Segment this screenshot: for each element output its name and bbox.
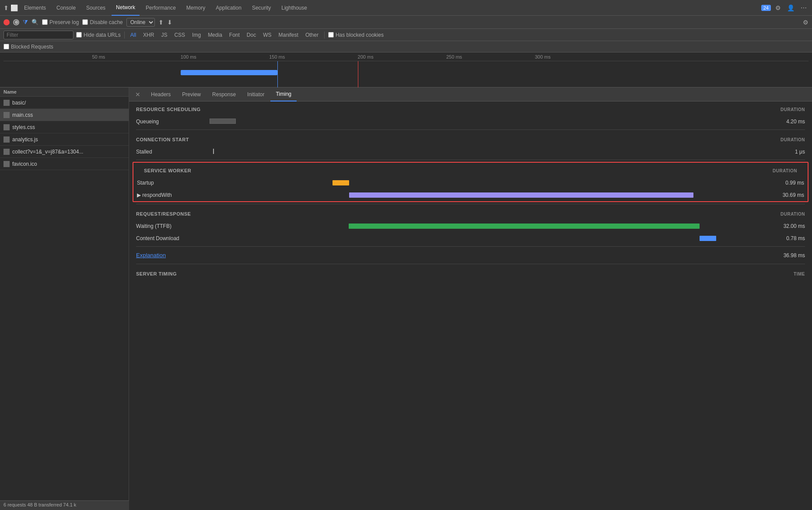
timing-content: Resource Scheduling DURATION Queueing 4.… [129,101,812,510]
timeline-vline-red [358,61,358,87]
divider-4 [136,246,805,247]
timing-row-stalled: Stalled 1 μs [129,146,812,158]
file-icon-styles-css [4,124,10,130]
user-icon[interactable]: 👤 [785,3,796,12]
filter-separator [124,31,125,38]
tab-sources[interactable]: Sources [82,0,110,16]
request-response-header: Request/Response DURATION [136,210,805,218]
panel-close-button[interactable]: ✕ [133,91,143,98]
panel-tab-preview[interactable]: Preview [177,87,206,101]
main-area: Name basic/ main.css styles.css analytic… [0,87,812,510]
device-icon[interactable]: ⬜ [10,4,18,11]
preserve-log-checkbox[interactable] [42,19,48,25]
content-download-bar [700,236,716,241]
filter-font[interactable]: Font [227,31,242,39]
startup-bar [332,180,349,185]
blocked-requests-checkbox[interactable] [4,44,9,49]
filter-ws[interactable]: WS [261,31,273,39]
file-item-styles-css[interactable]: styles.css [0,121,129,133]
timing-row-content-download: Content Download 0.78 ms [129,232,812,245]
panel-tab-initiator[interactable]: Initiator [242,87,270,101]
timeline-ruler: 50 ms 100 ms 150 ms 200 ms 250 ms 300 ms [4,52,808,61]
tab-security[interactable]: Security [248,0,275,16]
has-blocked-cookies-label[interactable]: Has blocked cookies [328,32,384,38]
stop-button[interactable]: ⬤ [13,19,19,25]
tab-elements[interactable]: Elements [20,0,50,16]
blocked-requests-row: Blocked Requests [0,41,812,52]
filter-other[interactable]: Other [303,31,321,39]
cursor-icon[interactable]: ⬆ [4,4,9,11]
panel-tab-timing[interactable]: Timing [270,87,297,101]
tick-300ms: 300 ms [535,54,550,59]
blocked-requests-label[interactable]: Blocked Requests [4,44,53,50]
divider-2 [136,160,805,160]
resource-scheduling-header: Resource Scheduling DURATION [136,105,805,114]
tab-performance[interactable]: Performance [141,0,180,16]
server-timing-header: Server Timing TIME [136,269,805,278]
timing-row-respond-with: ▶ respondWith 30.69 ms [133,189,808,201]
timing-row-startup: Startup 0.99 ms [133,177,808,189]
filter-doc[interactable]: Doc [245,31,258,39]
timeline-area: 50 ms 100 ms 150 ms 200 ms 250 ms 300 ms [0,52,812,87]
search-icon[interactable]: 🔍 [32,19,38,25]
file-icon-collect [4,149,10,155]
tick-250ms: 250 ms [446,54,462,59]
tab-console[interactable]: Console [52,0,80,16]
connection-start-section: Connection Start DURATION [129,132,812,146]
respond-with-bar-area [210,192,766,198]
file-list-header: Name [0,87,129,97]
timing-row-waiting-ttfb: Waiting (TTFB) 32.00 ms [129,220,812,232]
issue-badge[interactable]: 24 [761,5,771,11]
more-icon[interactable]: ⋯ [799,3,808,12]
file-item-basic[interactable]: basic/ [0,97,129,109]
file-item-favicon[interactable]: favicon.ico [0,158,129,170]
file-item-main-css[interactable]: main.css [0,109,129,121]
resource-scheduling-section: Resource Scheduling DURATION [129,101,812,115]
timing-row-queueing: Queueing 4.20 ms [129,115,812,128]
record-button[interactable] [4,19,10,25]
hide-data-urls-label[interactable]: Hide data URLs [76,32,121,38]
tick-50ms: 50 ms [92,54,105,59]
right-panel: ✕ Headers Preview Response Initiator Tim… [129,87,812,510]
devtools-tab-bar: ⬆ ⬜ Elements Console Sources Network Per… [0,0,812,16]
tab-lighthouse[interactable]: Lighthouse [277,0,312,16]
queueing-placeholder [210,119,236,124]
has-blocked-cookies-checkbox[interactable] [328,32,334,38]
filter-css[interactable]: CSS [172,31,187,39]
settings-icon[interactable]: ⚙ [774,3,783,12]
disable-cache-label[interactable]: Disable cache [82,19,122,25]
file-list: Name basic/ main.css styles.css analytic… [0,87,129,510]
tab-network[interactable]: Network [112,0,140,16]
filter-all[interactable]: All [128,31,138,39]
disable-cache-checkbox[interactable] [82,19,88,25]
preserve-log-label[interactable]: Preserve log [42,19,79,25]
upload-icon[interactable]: ⬆ [158,19,164,26]
file-item-collect[interactable]: collect?v=1&_v=j87&a=1304... [0,146,129,158]
timeline-vline-blue [277,61,278,87]
panel-tab-headers[interactable]: Headers [146,87,176,101]
filter-separator-2 [324,31,325,38]
filter-icon[interactable]: ⧩ [23,18,28,26]
request-response-section: Request/Response DURATION [129,206,812,220]
panel-tabs: ✕ Headers Preview Response Initiator Tim… [129,87,812,101]
hide-data-urls-checkbox[interactable] [76,32,82,38]
filter-js[interactable]: JS [159,31,169,39]
panel-tab-response[interactable]: Response [207,87,241,101]
service-worker-inner: Service Worker DURATION [133,163,808,177]
service-worker-header: Service Worker DURATION [140,166,801,175]
filter-input[interactable] [4,31,74,39]
filter-img[interactable]: Img [190,31,203,39]
filter-xhr[interactable]: XHR [141,31,156,39]
file-item-analytics-js[interactable]: analytics.js [0,133,129,146]
filter-media[interactable]: Media [206,31,224,39]
network-settings-icon[interactable]: ⚙ [803,19,808,26]
stalled-indicator [213,149,214,154]
tick-100ms: 100 ms [181,54,196,59]
filter-manifest[interactable]: Manifest [276,31,301,39]
explanation-link[interactable]: Explanation [136,252,166,258]
tab-application[interactable]: Application [211,0,246,16]
throttle-select[interactable]: Online [126,18,155,27]
divider-3 [136,204,805,204]
download-icon[interactable]: ⬇ [167,19,172,26]
tab-memory[interactable]: Memory [182,0,210,16]
